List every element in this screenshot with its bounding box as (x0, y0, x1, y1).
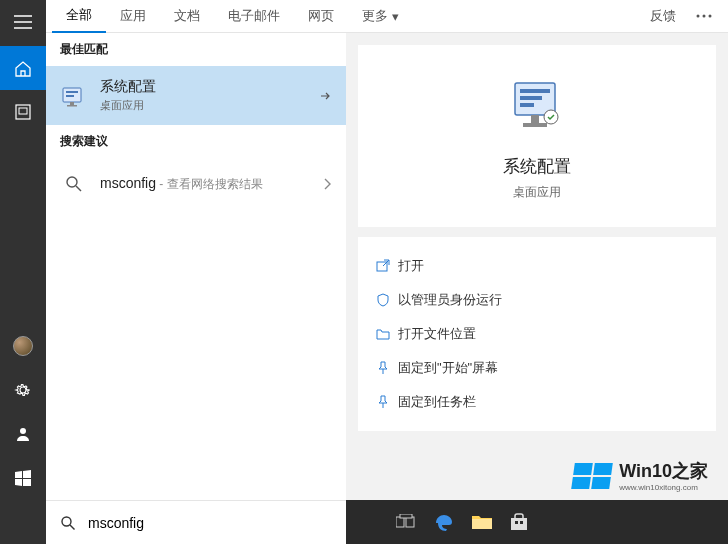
svg-point-3 (697, 15, 700, 18)
svg-rect-17 (523, 123, 547, 127)
svg-point-11 (67, 177, 77, 187)
svg-rect-1 (19, 108, 27, 114)
folder-icon (472, 514, 492, 530)
search-bar[interactable] (46, 500, 346, 544)
results-panel: 最佳匹配 系统配置 桌面应用 搜索建议 (46, 33, 346, 544)
best-match-heading: 最佳匹配 (46, 33, 346, 66)
svg-rect-15 (520, 103, 534, 107)
settings-button[interactable] (0, 368, 46, 412)
svg-point-2 (20, 428, 26, 434)
task-view-button[interactable] (396, 514, 416, 530)
result-title: 系统配置 (100, 78, 156, 96)
edge-icon (434, 512, 454, 532)
gear-icon (14, 381, 32, 399)
account-button[interactable] (0, 324, 46, 368)
store-icon (510, 513, 528, 531)
action-open-location[interactable]: 打开文件位置 (362, 317, 712, 351)
apps-icon (15, 104, 31, 120)
tab-docs[interactable]: 文档 (160, 0, 214, 33)
task-view-icon (396, 514, 416, 530)
svg-rect-8 (66, 95, 74, 97)
svg-rect-16 (531, 115, 539, 123)
detail-title: 系统配置 (503, 155, 571, 178)
svg-rect-25 (511, 518, 527, 530)
svg-rect-13 (520, 89, 550, 93)
search-tabs: 全部 应用 文档 电子邮件 网页 更多▾ 反馈 (46, 0, 728, 33)
actions-card: 打开 以管理员身份运行 打开文件位置 固定到"开始"屏幕 (358, 237, 716, 431)
tab-apps[interactable]: 应用 (106, 0, 160, 33)
feedback-link[interactable]: 反馈 (640, 0, 686, 33)
ellipsis-icon (696, 14, 712, 18)
windows-logo-icon (571, 463, 613, 489)
svg-rect-26 (515, 521, 518, 524)
shield-icon (376, 293, 398, 307)
svg-rect-23 (400, 514, 412, 518)
more-options-button[interactable] (686, 0, 722, 33)
svg-rect-7 (66, 91, 78, 93)
windows-icon (15, 470, 31, 486)
result-subtitle: 桌面应用 (100, 98, 156, 113)
start-button[interactable] (0, 456, 46, 500)
store-button[interactable] (510, 513, 528, 531)
tab-web[interactable]: 网页 (294, 0, 348, 33)
avatar-icon (13, 336, 33, 356)
web-suggestion[interactable]: msconfig - 查看网络搜索结果 (46, 158, 346, 210)
tab-all[interactable]: 全部 (52, 0, 106, 33)
pin-icon (376, 395, 398, 409)
suggestions-heading: 搜索建议 (46, 125, 346, 158)
taskbar (346, 500, 728, 544)
svg-rect-14 (520, 96, 542, 100)
suggestion-query: msconfig (100, 175, 156, 191)
explorer-button[interactable] (0, 412, 46, 456)
tab-more[interactable]: 更多▾ (348, 0, 413, 33)
hamburger-icon (14, 15, 32, 29)
search-input[interactable] (88, 515, 332, 531)
chevron-right-icon (322, 177, 332, 191)
arrow-right-icon (318, 89, 332, 103)
watermark: Win10之家 www.win10xitong.com (565, 451, 716, 500)
svg-rect-9 (70, 102, 74, 105)
file-explorer-button[interactable] (472, 514, 492, 530)
msconfig-icon (60, 82, 88, 110)
watermark-title: Win10之家 (619, 459, 708, 483)
edge-button[interactable] (434, 512, 454, 532)
home-icon (14, 59, 32, 77)
svg-rect-27 (520, 521, 523, 524)
action-pin-start[interactable]: 固定到"开始"屏幕 (362, 351, 712, 385)
svg-rect-24 (472, 519, 492, 529)
detail-subtitle: 桌面应用 (513, 184, 561, 201)
suggestion-hint: - 查看网络搜索结果 (156, 177, 263, 191)
detail-app-icon (505, 75, 569, 139)
best-match-result[interactable]: 系统配置 桌面应用 (46, 66, 346, 125)
detail-header-card: 系统配置 桌面应用 (358, 45, 716, 227)
home-button[interactable] (0, 46, 46, 90)
action-run-admin[interactable]: 以管理员身份运行 (362, 283, 712, 317)
pin-icon (376, 361, 398, 375)
left-rail (0, 0, 46, 544)
menu-button[interactable] (0, 0, 46, 44)
search-icon (60, 170, 88, 198)
tab-email[interactable]: 电子邮件 (214, 0, 294, 33)
svg-point-20 (62, 517, 71, 526)
svg-point-4 (703, 15, 706, 18)
person-icon (15, 426, 31, 442)
svg-rect-0 (16, 105, 30, 119)
action-open[interactable]: 打开 (362, 249, 712, 283)
search-icon (60, 515, 76, 531)
open-icon (376, 259, 398, 273)
svg-rect-10 (67, 105, 77, 107)
svg-point-5 (709, 15, 712, 18)
apps-list-button[interactable] (0, 90, 46, 134)
action-pin-taskbar[interactable]: 固定到任务栏 (362, 385, 712, 419)
watermark-url: www.win10xitong.com (619, 483, 708, 492)
folder-icon (376, 327, 398, 341)
chevron-down-icon: ▾ (392, 9, 399, 24)
